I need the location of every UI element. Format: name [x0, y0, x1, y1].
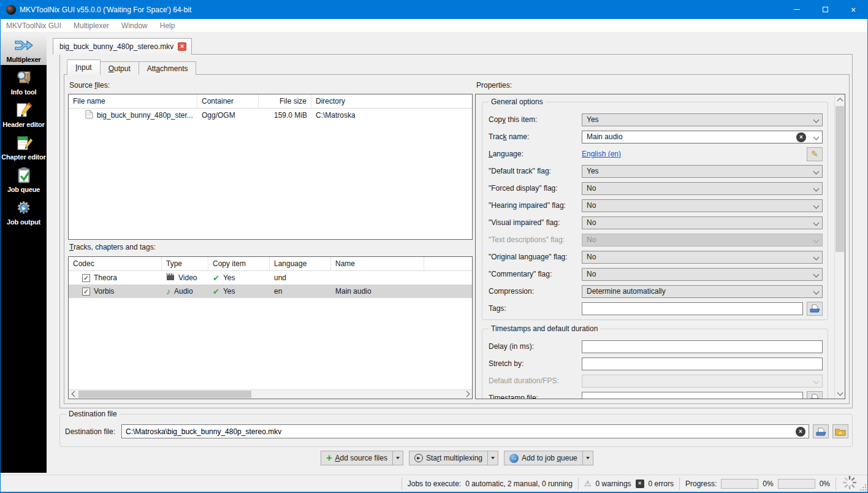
- track-copy: Yes: [223, 287, 235, 296]
- track-row-audio[interactable]: ✓ Vorbis ♪ Audio ✔ Yes en: [69, 285, 472, 298]
- dropdown-arrow-icon: [491, 457, 495, 459]
- forced-display-flag-select[interactable]: No: [582, 182, 823, 195]
- scroll-up-icon[interactable]: [835, 94, 845, 105]
- menu-multiplexer[interactable]: Multiplexer: [67, 19, 115, 32]
- scrollbar-thumb[interactable]: [836, 106, 844, 252]
- warning-icon: ⚠: [584, 480, 592, 487]
- browse-timestamp-button[interactable]: [807, 391, 823, 399]
- resize-grip[interactable]: [860, 484, 866, 491]
- add-source-files-button[interactable]: +Add source files: [321, 451, 403, 465]
- source-file-container: Ogg/OGM: [202, 111, 235, 120]
- tab-attachments[interactable]: Attachments: [139, 61, 197, 75]
- col-language[interactable]: Language: [270, 257, 331, 270]
- clear-icon[interactable]: ×: [796, 132, 806, 142]
- col-container[interactable]: Container: [197, 94, 259, 108]
- timestamps-legend: Timestamps and default duration: [489, 324, 600, 333]
- track-language: en: [274, 287, 282, 296]
- close-button[interactable]: ×: [839, 0, 867, 19]
- track-checkbox[interactable]: ✓: [82, 288, 90, 296]
- col-directory[interactable]: Directory: [311, 94, 472, 108]
- scrollbar-thumb[interactable]: [78, 391, 251, 398]
- open-file-icon: [810, 394, 820, 399]
- hearing-impaired-flag-select[interactable]: No: [582, 199, 823, 212]
- start-multiplexing-button[interactable]: ▶Start multiplexing: [409, 451, 498, 465]
- delay-input[interactable]: [582, 340, 823, 353]
- folder-star-icon: [835, 427, 846, 436]
- maximize-button[interactable]: [811, 0, 839, 19]
- chevron-down-icon: [813, 378, 820, 384]
- tracks-horizontal-scrollbar[interactable]: [69, 389, 472, 399]
- copy-this-item-select[interactable]: Yes: [582, 113, 823, 126]
- file-tab[interactable]: big_buck_bunny_480p_stereo.mkv ×: [53, 38, 192, 55]
- sidebar-item-job-queue[interactable]: Job queue: [1, 162, 47, 195]
- tags-input[interactable]: [582, 302, 803, 315]
- sidebar-item-job-output[interactable]: ⚙ ▶ Job output: [1, 195, 47, 227]
- menu-window[interactable]: Window: [115, 19, 154, 32]
- commentary-flag-select[interactable]: No: [582, 268, 823, 281]
- col-copy-item[interactable]: Copy item: [208, 257, 270, 270]
- compression-select[interactable]: Determine automatically: [582, 285, 823, 298]
- edit-language-button[interactable]: ✎: [807, 147, 823, 161]
- scroll-down-icon[interactable]: [835, 388, 845, 399]
- tab-input[interactable]: Input: [67, 59, 101, 75]
- add-to-job-queue-dropdown[interactable]: [582, 451, 593, 465]
- original-language-flag-select[interactable]: No: [582, 251, 823, 264]
- col-file-size[interactable]: File size: [259, 94, 311, 108]
- general-options-group: General options Copy this item: Yes Trac…: [482, 102, 828, 320]
- tab-output[interactable]: Output: [100, 61, 139, 75]
- current-job-progress-bar: [721, 479, 758, 489]
- source-files-table: File name Container File size Directory …: [68, 94, 473, 240]
- destination-file-label: Destination file:: [65, 427, 118, 436]
- track-type: Audio: [174, 287, 193, 296]
- sidebar-item-label: Job output: [7, 218, 40, 226]
- col-type[interactable]: Type: [162, 257, 208, 270]
- forced-display-flag-label: "Forced display" flag:: [489, 184, 582, 193]
- scroll-left-icon[interactable]: [69, 390, 78, 398]
- source-files-header: File name Container File size Directory: [69, 94, 472, 109]
- track-name-combobox[interactable]: Main audio×: [582, 131, 823, 143]
- tracks-label: Tracks, chapters and tags:: [69, 243, 156, 251]
- add-source-files-dropdown[interactable]: [392, 451, 403, 465]
- track-row-video[interactable]: ✓ Theora Video ✔ Yes und: [69, 271, 472, 285]
- stretch-by-input[interactable]: [582, 357, 823, 370]
- jobs-to-execute-value: 0 automatic, 2 manual, 0 running: [465, 480, 573, 488]
- visual-impaired-flag-select[interactable]: No: [582, 216, 823, 229]
- tab-close-icon[interactable]: ×: [178, 42, 186, 51]
- minimize-button[interactable]: [783, 0, 811, 19]
- browse-destination-button[interactable]: [813, 424, 829, 438]
- tool-sidebar: Multiplexer Info tool Header editor Chap…: [1, 32, 47, 473]
- properties-vertical-scrollbar[interactable]: [834, 94, 845, 399]
- sidebar-item-header-editor[interactable]: Header editor: [1, 97, 47, 130]
- source-file-row[interactable]: big_buck_bunny_480p_ster... Ogg/OGM 159.…: [69, 109, 472, 122]
- chevron-down-icon: [813, 220, 820, 226]
- menu-mkvtoolnix-gui[interactable]: MKVToolNix GUI: [1, 19, 67, 32]
- sidebar-item-multiplexer[interactable]: Multiplexer: [1, 32, 47, 65]
- sidebar-item-label: Multiplexer: [7, 56, 41, 63]
- source-file-size: 159.0 MiB: [274, 111, 307, 120]
- sidebar-item-info-tool[interactable]: Info tool: [1, 65, 47, 97]
- recent-destination-button[interactable]: [832, 424, 848, 438]
- language-label: Language:: [489, 150, 582, 158]
- header-editor-pencil-icon: [14, 101, 34, 120]
- track-checkbox[interactable]: ✓: [82, 274, 90, 282]
- warnings-count: 0 warnings: [596, 480, 631, 488]
- file-tab-panel: Input Output Attachments Source files: F…: [59, 54, 853, 408]
- scroll-right-icon[interactable]: [463, 390, 472, 398]
- timestamp-file-input[interactable]: [582, 392, 803, 399]
- col-name[interactable]: Name: [331, 257, 424, 270]
- browse-tags-button[interactable]: [807, 302, 823, 316]
- menu-help[interactable]: Help: [154, 19, 181, 32]
- clear-icon[interactable]: ×: [796, 427, 805, 437]
- language-link[interactable]: English (en): [582, 150, 621, 158]
- default-track-flag-select[interactable]: Yes: [582, 165, 823, 178]
- sidebar-item-chapter-editor[interactable]: Chapter editor: [1, 130, 47, 162]
- start-multiplexing-dropdown[interactable]: [487, 451, 498, 465]
- col-file-name[interactable]: File name: [69, 94, 197, 108]
- col-codec[interactable]: Codec: [69, 257, 162, 270]
- queue-progress-bar: [778, 479, 815, 489]
- play-icon: ▶: [20, 204, 28, 212]
- add-to-job-queue-button[interactable]: →Add to job queue: [504, 451, 593, 465]
- timestamps-group: Timestamps and default duration Delay (i…: [482, 329, 828, 399]
- destination-file-input[interactable]: [121, 424, 809, 438]
- track-language: und: [274, 273, 286, 282]
